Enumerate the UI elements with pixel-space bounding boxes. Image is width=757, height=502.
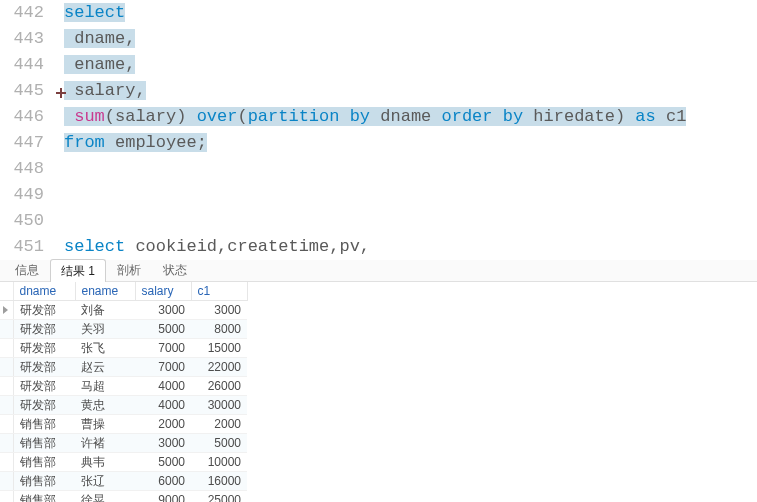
table-row[interactable]: 研发部张飞700015000	[0, 339, 247, 358]
cell-salary[interactable]: 5000	[135, 320, 191, 339]
table-row[interactable]: 销售部典韦500010000	[0, 453, 247, 472]
line-number: 450	[0, 208, 54, 234]
code-text[interactable]: ename,	[54, 52, 135, 78]
code-line[interactable]: 445 salary,	[0, 78, 757, 104]
cell-ename[interactable]: 张飞	[75, 339, 135, 358]
row-indicator	[0, 358, 13, 377]
code-line[interactable]: 446 sum(salary) over(partition by dname …	[0, 104, 757, 130]
cell-c1[interactable]: 10000	[191, 453, 247, 472]
result-grid[interactable]: dnameenamesalaryc1研发部刘备30003000研发部关羽5000…	[0, 282, 248, 502]
code-line[interactable]: 449	[0, 182, 757, 208]
cell-ename[interactable]: 黄忠	[75, 396, 135, 415]
tab-info[interactable]: 信息	[4, 258, 50, 281]
table-row[interactable]: 研发部马超400026000	[0, 377, 247, 396]
line-number: 443	[0, 26, 54, 52]
cell-dname[interactable]: 销售部	[13, 453, 75, 472]
table-row[interactable]: 研发部赵云700022000	[0, 358, 247, 377]
cell-dname[interactable]: 研发部	[13, 320, 75, 339]
cell-ename[interactable]: 徐晃	[75, 491, 135, 503]
code-line[interactable]: 448	[0, 156, 757, 182]
cell-salary[interactable]: 3000	[135, 301, 191, 320]
cell-salary[interactable]: 5000	[135, 453, 191, 472]
tab-profile[interactable]: 剖析	[106, 258, 152, 281]
cell-dname[interactable]: 销售部	[13, 434, 75, 453]
table-row[interactable]: 销售部张辽600016000	[0, 472, 247, 491]
cell-dname[interactable]: 研发部	[13, 358, 75, 377]
cell-salary[interactable]: 7000	[135, 358, 191, 377]
cell-ename[interactable]: 赵云	[75, 358, 135, 377]
cell-dname[interactable]: 销售部	[13, 491, 75, 503]
cell-c1[interactable]: 22000	[191, 358, 247, 377]
tab-status[interactable]: 状态	[152, 258, 198, 281]
cell-c1[interactable]: 3000	[191, 301, 247, 320]
cell-dname[interactable]: 研发部	[13, 396, 75, 415]
cell-salary[interactable]: 4000	[135, 396, 191, 415]
code-text[interactable]: select	[54, 0, 125, 26]
column-header-salary[interactable]: salary	[135, 282, 191, 301]
sql-editor[interactable]: 442select443 dname,444 ename,445 salary,…	[0, 0, 757, 260]
code-line[interactable]: 443 dname,	[0, 26, 757, 52]
line-number: 449	[0, 182, 54, 208]
cell-c1[interactable]: 15000	[191, 339, 247, 358]
column-header-c1[interactable]: c1	[191, 282, 247, 301]
cell-ename[interactable]: 曹操	[75, 415, 135, 434]
cell-c1[interactable]: 25000	[191, 491, 247, 503]
cell-c1[interactable]: 30000	[191, 396, 247, 415]
cell-salary[interactable]: 7000	[135, 339, 191, 358]
code-line[interactable]: 444 ename,	[0, 52, 757, 78]
cell-ename[interactable]: 许褚	[75, 434, 135, 453]
cell-ename[interactable]: 典韦	[75, 453, 135, 472]
cell-dname[interactable]: 销售部	[13, 472, 75, 491]
code-text[interactable]: dname,	[54, 26, 135, 52]
table-row[interactable]: 研发部关羽50008000	[0, 320, 247, 339]
cell-c1[interactable]: 16000	[191, 472, 247, 491]
insertion-cursor-icon	[56, 88, 66, 98]
row-indicator	[0, 453, 13, 472]
cell-ename[interactable]: 马超	[75, 377, 135, 396]
cell-ename[interactable]: 刘备	[75, 301, 135, 320]
cell-salary[interactable]: 2000	[135, 415, 191, 434]
cell-c1[interactable]: 8000	[191, 320, 247, 339]
row-indicator	[0, 434, 13, 453]
code-line[interactable]: 450	[0, 208, 757, 234]
line-number: 444	[0, 52, 54, 78]
row-indicator	[0, 472, 13, 491]
code-line[interactable]: 442select	[0, 0, 757, 26]
cell-salary[interactable]: 4000	[135, 377, 191, 396]
row-indicator	[0, 491, 13, 503]
code-text[interactable]: sum(salary) over(partition by dname orde…	[54, 104, 686, 130]
cell-salary[interactable]: 9000	[135, 491, 191, 503]
result-tabs: 信息结果 1剖析状态	[0, 260, 757, 282]
code-text[interactable]	[54, 208, 64, 234]
column-header-dname[interactable]: dname	[13, 282, 75, 301]
cell-ename[interactable]: 张辽	[75, 472, 135, 491]
cell-c1[interactable]: 26000	[191, 377, 247, 396]
table-row[interactable]: 销售部曹操20002000	[0, 415, 247, 434]
cell-dname[interactable]: 销售部	[13, 415, 75, 434]
cell-ename[interactable]: 关羽	[75, 320, 135, 339]
cell-salary[interactable]: 3000	[135, 434, 191, 453]
line-number: 442	[0, 0, 54, 26]
code-text[interactable]	[54, 156, 64, 182]
table-row[interactable]: 研发部黄忠400030000	[0, 396, 247, 415]
row-indicator	[0, 396, 13, 415]
cell-c1[interactable]: 2000	[191, 415, 247, 434]
row-indicator	[0, 415, 13, 434]
table-row[interactable]: 销售部许褚30005000	[0, 434, 247, 453]
cell-c1[interactable]: 5000	[191, 434, 247, 453]
code-text[interactable]	[54, 182, 64, 208]
code-line[interactable]: 451select cookieid,createtime,pv,	[0, 234, 757, 260]
cell-dname[interactable]: 研发部	[13, 377, 75, 396]
row-indicator	[0, 320, 13, 339]
cell-dname[interactable]: 研发部	[13, 301, 75, 320]
code-line[interactable]: 447from employee;	[0, 130, 757, 156]
code-text[interactable]: select cookieid,createtime,pv,	[54, 234, 370, 260]
code-text[interactable]: salary,	[54, 78, 146, 104]
column-header-ename[interactable]: ename	[75, 282, 135, 301]
tab-result-1[interactable]: 结果 1	[50, 259, 106, 282]
cell-dname[interactable]: 研发部	[13, 339, 75, 358]
code-text[interactable]: from employee;	[54, 130, 207, 156]
cell-salary[interactable]: 6000	[135, 472, 191, 491]
table-row[interactable]: 研发部刘备30003000	[0, 301, 247, 320]
table-row[interactable]: 销售部徐晃900025000	[0, 491, 247, 503]
